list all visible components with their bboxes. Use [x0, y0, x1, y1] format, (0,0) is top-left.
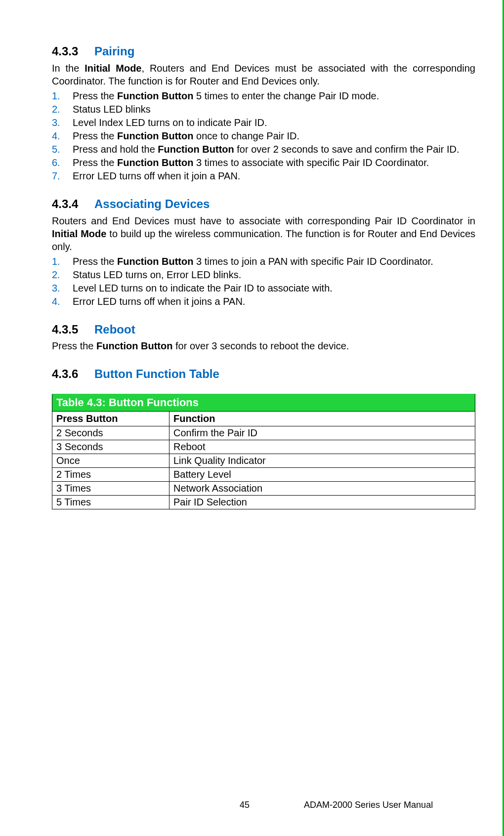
text: Routers and End Devices must have to ass… — [52, 215, 475, 226]
text: for over 3 seconds to reboot the device. — [172, 340, 349, 351]
item-text: Press the Function Button once to change… — [73, 129, 475, 142]
text: Level LED turns on to indicate the Pair … — [73, 283, 333, 293]
list-item: 4.Press the Function Button once to chan… — [52, 129, 475, 142]
section-title: Pairing — [94, 44, 134, 59]
item-text: Press the Function Button 3 times to ass… — [73, 156, 475, 169]
section-number: 4.3.5 — [52, 323, 94, 337]
table-title: Table 4.3: Button Functions — [52, 394, 475, 412]
text: In the — [52, 63, 84, 74]
item-number: 2. — [52, 268, 73, 281]
content-area: 4.3.3 Pairing In the Initial Mode, Route… — [0, 44, 503, 509]
text: Press the — [52, 340, 96, 351]
text-bold: Initial Mode — [52, 228, 106, 239]
table-row: 3 TimesNetwork Association — [52, 482, 475, 496]
list-item: 3.Level LED turns on to indicate the Pai… — [52, 282, 475, 294]
section-435-header: 4.3.5 Reboot — [99, 323, 475, 337]
item-number: 2. — [52, 103, 73, 116]
cell-press-button: 2 Seconds — [52, 426, 169, 440]
table-body: 2 SecondsConfirm the Pair ID3 SecondsReb… — [52, 426, 475, 509]
section-number: 4.3.3 — [52, 44, 94, 59]
section-title: Reboot — [94, 323, 135, 337]
item-text: Press the Function Button 3 times to joi… — [73, 255, 475, 268]
list-item: 1.Press the Function Button 3 times to j… — [52, 255, 475, 268]
item-text: Press and hold the Function Button for o… — [73, 143, 475, 156]
text-bold: Function Button — [117, 157, 193, 168]
cell-press-button: 3 Seconds — [52, 440, 169, 454]
column-header-press: Press Button — [52, 412, 169, 426]
table-row: 3 SecondsReboot — [52, 440, 475, 454]
section-434-header: 4.3.4 Associating Devices — [99, 197, 475, 211]
item-number: 5. — [52, 143, 73, 156]
section-title: Associating Devices — [94, 197, 210, 211]
page-footer: 45 ADAM-2000 Series User Manual — [0, 800, 504, 810]
text: Press the — [73, 256, 117, 267]
item-number: 3. — [52, 282, 73, 294]
section-434-intro: Routers and End Devices must have to ass… — [52, 214, 475, 253]
list-item: 3.Level Index LED turns on to indicate P… — [52, 116, 475, 129]
cell-function: Link Quality Indicator — [169, 454, 475, 468]
doc-title: ADAM-2000 Series User Manual — [304, 800, 433, 810]
cell-press-button: 2 Times — [52, 468, 169, 482]
item-text: Level Index LED turns on to indicate Pai… — [73, 116, 475, 129]
cell-function: Battery Level — [169, 468, 475, 482]
text-bold: Function Button — [96, 340, 172, 351]
text-bold: Function Button — [158, 144, 234, 155]
cell-press-button: 5 Times — [52, 496, 169, 509]
item-text: Error LED turns off when it joins a PAN. — [73, 295, 475, 308]
section-title: Button Function Table — [94, 367, 219, 381]
text: to build up the wireless communication. … — [52, 228, 475, 252]
text: Press the — [73, 130, 117, 141]
list-item: 1.Press the Function Button 5 times to e… — [52, 89, 475, 102]
item-text: Press the Function Button 5 times to ent… — [73, 89, 475, 102]
item-number: 4. — [52, 295, 73, 308]
item-number: 6. — [52, 156, 73, 169]
table-row: OnceLink Quality Indicator — [52, 454, 475, 468]
text: once to change Pair ID. — [193, 130, 299, 141]
item-number: 1. — [52, 255, 73, 268]
section-number: 4.3.6 — [52, 367, 94, 381]
table-row: 2 TimesBattery Level — [52, 468, 475, 482]
cell-press-button: Once — [52, 454, 169, 468]
section-433-intro: In the Initial Mode, Routers and End Dev… — [52, 62, 475, 87]
cell-function: Network Association — [169, 482, 475, 496]
text: Status LED blinks — [73, 104, 151, 115]
text-bold: Function Button — [117, 256, 193, 267]
button-functions-table: Table 4.3: Button Functions Press Button… — [52, 394, 475, 509]
section-number: 4.3.4 — [52, 197, 94, 211]
text: Press the — [73, 90, 117, 101]
text-bold: Initial Mode — [84, 63, 141, 74]
text-bold: Function Button — [117, 90, 193, 101]
cell-function: Pair ID Selection — [169, 496, 475, 509]
page-number: 45 — [240, 800, 250, 810]
item-number: 4. — [52, 129, 73, 142]
list-item: 2.Status LED blinks — [52, 103, 475, 116]
list-item: 4.Error LED turns off when it joins a PA… — [52, 295, 475, 308]
text: Press and hold the — [73, 144, 158, 155]
section-433-list: 1.Press the Function Button 5 times to e… — [52, 89, 475, 182]
item-text: Level LED turns on to indicate the Pair … — [73, 282, 475, 294]
list-item: 7.Error LED turns off when it join a PAN… — [52, 169, 475, 182]
text: 3 times to join a PAN with specific Pair… — [193, 256, 433, 267]
text: for over 2 seconds to save and confirm t… — [234, 144, 460, 155]
item-number: 1. — [52, 89, 73, 102]
list-item: 2.Status LED turns on, Error LED blinks. — [52, 268, 475, 281]
text: Error LED turns off when it joins a PAN. — [73, 296, 245, 307]
table-container: Table 4.3: Button Functions Press Button… — [52, 394, 475, 509]
section-435-text: Press the Function Button for over 3 sec… — [52, 339, 475, 352]
section-434-list: 1.Press the Function Button 3 times to j… — [52, 255, 475, 308]
item-number: 3. — [52, 116, 73, 129]
table-header-row: Press Button Function — [52, 412, 475, 426]
cell-function: Reboot — [169, 440, 475, 454]
text: 3 times to associate with specific Pair … — [193, 157, 429, 168]
item-number: 7. — [52, 169, 73, 182]
section-436-header: 4.3.6 Button Function Table — [99, 367, 475, 381]
section-433-header: 4.3.3 Pairing — [99, 44, 475, 59]
text-bold: Function Button — [117, 130, 193, 141]
text: Error LED turns off when it join a PAN. — [73, 170, 240, 181]
table-row: 2 SecondsConfirm the Pair ID — [52, 426, 475, 440]
cell-function: Confirm the Pair ID — [169, 426, 475, 440]
list-item: 6.Press the Function Button 3 times to a… — [52, 156, 475, 169]
page-container: 4.3.3 Pairing In the Initial Mode, Route… — [0, 0, 504, 836]
table-title-row: Table 4.3: Button Functions — [52, 394, 475, 412]
item-text: Status LED turns on, Error LED blinks. — [73, 268, 475, 281]
